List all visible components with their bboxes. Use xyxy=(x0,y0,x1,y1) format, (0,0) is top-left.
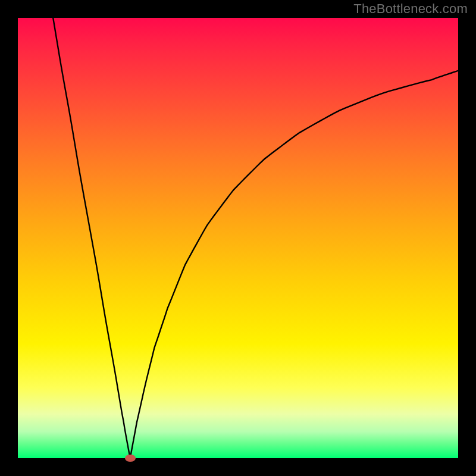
plot-area xyxy=(18,18,458,458)
bottleneck-curve xyxy=(53,18,458,458)
chart-frame: TheBottleneck.com xyxy=(0,0,476,476)
watermark-text: TheBottleneck.com xyxy=(353,1,468,17)
curve-svg xyxy=(18,18,458,458)
minimum-dot xyxy=(125,455,136,462)
